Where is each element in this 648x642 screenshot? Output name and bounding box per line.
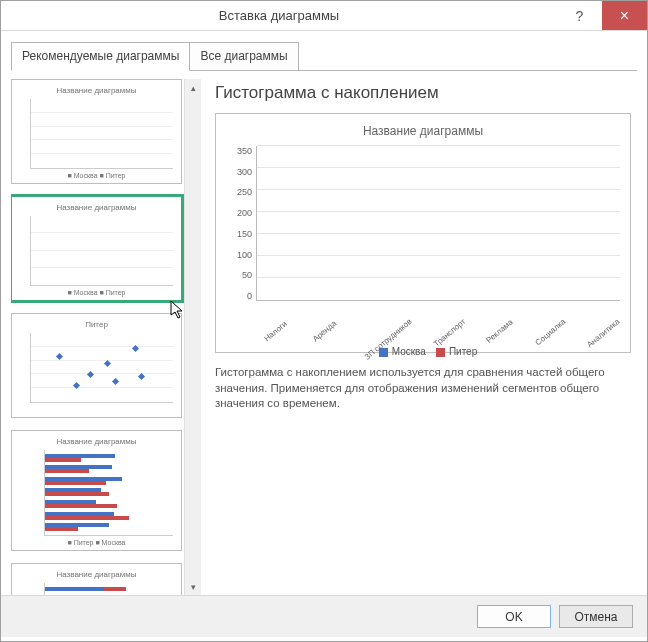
y-tick: 350 bbox=[237, 146, 252, 156]
mini-clustered-chart bbox=[30, 99, 173, 169]
ok-button[interactable]: OK bbox=[477, 605, 551, 628]
mini-clustered-hbar bbox=[44, 450, 173, 536]
mini-stacked-hbar bbox=[44, 583, 173, 595]
y-tick: 50 bbox=[242, 270, 252, 280]
cancel-button[interactable]: Отмена bbox=[559, 605, 633, 628]
chart-x-axis: НалогиАрендаЗП сотрудниковТранспортРекла… bbox=[226, 301, 620, 316]
thumbnail-title: Название диаграммы bbox=[16, 437, 177, 446]
x-tick: Аренда bbox=[308, 317, 339, 345]
thumbnail-legend: ■ Москва ■ Питер bbox=[16, 289, 177, 296]
chart-title: Название диаграммы bbox=[226, 124, 620, 138]
y-tick: 100 bbox=[237, 250, 252, 260]
thumbnail-legend: ■ Питер ■ Москва bbox=[16, 539, 177, 546]
legend-label: Питер bbox=[449, 346, 477, 357]
tab-recommended[interactable]: Рекомендуемые диаграммы bbox=[11, 42, 190, 71]
tab-all[interactable]: Все диаграммы bbox=[189, 42, 298, 71]
chart-legend: МоскваПитер bbox=[226, 346, 620, 357]
scroll-down-button[interactable]: ▾ bbox=[185, 578, 201, 595]
y-tick: 200 bbox=[237, 208, 252, 218]
thumbnail-clustered-column[interactable]: Название диаграммы ■ Москва ■ Питер bbox=[11, 79, 182, 184]
x-tick: Социалка bbox=[533, 317, 567, 347]
chart-description: Гистограмма с накоплением используется д… bbox=[215, 365, 631, 412]
preview-pane: Гистограмма с накоплением Название диагр… bbox=[205, 79, 637, 595]
mini-stacked-chart bbox=[30, 216, 173, 286]
y-tick: 150 bbox=[237, 229, 252, 239]
legend-label: Москва bbox=[392, 346, 426, 357]
x-tick: Реклама bbox=[484, 317, 515, 345]
chart-preview: Название диаграммы 350300250200150100500… bbox=[215, 113, 631, 353]
thumbnail-pane: Название диаграммы ■ Москва ■ Питер bbox=[11, 79, 201, 595]
thumbnail-title: Название диаграммы bbox=[16, 570, 177, 579]
x-tick: Аналитика bbox=[586, 317, 622, 349]
thumbnail-legend: ■ Москва ■ Питер bbox=[16, 172, 177, 179]
y-tick: 0 bbox=[247, 291, 252, 301]
thumbnail-scatter[interactable]: Питер bbox=[11, 313, 182, 418]
thumbnail-legend bbox=[16, 406, 177, 413]
thumbnail-title: Питер bbox=[16, 320, 177, 329]
chart-plot-area bbox=[256, 146, 620, 301]
window-title: Вставка диаграммы bbox=[1, 8, 557, 23]
y-tick: 300 bbox=[237, 167, 252, 177]
chart-y-axis: 350300250200150100500 bbox=[226, 146, 256, 301]
legend-swatch bbox=[436, 348, 445, 357]
close-button[interactable]: × bbox=[602, 1, 647, 30]
thumbnail-stacked-column[interactable]: Название диаграммы ■ Москва ■ Питер bbox=[11, 196, 182, 301]
thumbnail-stacked-bar[interactable]: Название диаграммы ■ Москва ■ Питер bbox=[11, 563, 182, 595]
thumbnail-scrollbar[interactable]: ▴ ▾ bbox=[184, 79, 201, 595]
mini-scatter-chart bbox=[30, 333, 173, 403]
tab-row: Рекомендуемые диаграммы Все диаграммы bbox=[1, 31, 647, 70]
thumbnail-title: Название диаграммы bbox=[16, 203, 177, 212]
chart-type-heading: Гистограмма с накоплением bbox=[215, 83, 631, 103]
dialog-footer: OK Отмена bbox=[1, 595, 647, 637]
x-tick: Транспорт bbox=[432, 317, 467, 349]
thumbnail-title: Название диаграммы bbox=[16, 86, 177, 95]
y-tick: 250 bbox=[237, 187, 252, 197]
window-controls: ? × bbox=[557, 1, 647, 30]
x-tick: Налоги bbox=[260, 317, 291, 345]
thumbnail-clustered-bar[interactable]: Название диаграммы ■ Питер ■ Москва bbox=[11, 430, 182, 551]
titlebar: Вставка диаграммы ? × bbox=[1, 1, 647, 31]
scroll-up-button[interactable]: ▴ bbox=[185, 79, 201, 96]
help-button[interactable]: ? bbox=[557, 1, 602, 30]
